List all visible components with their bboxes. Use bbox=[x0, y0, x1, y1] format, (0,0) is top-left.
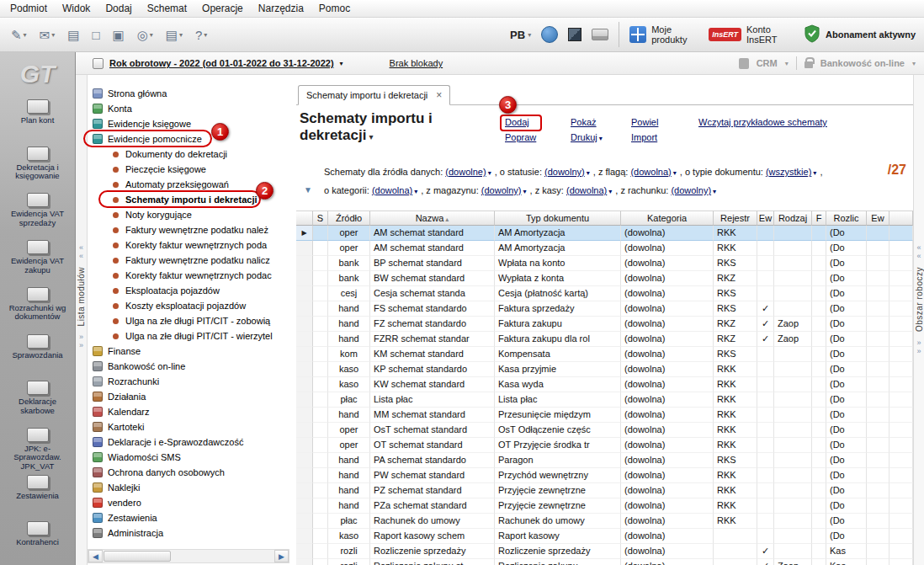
tree-item-vendero[interactable]: vendero bbox=[88, 495, 289, 510]
fiscal-year-selector[interactable]: Rok obrotowy - 2022 (od 01-01-2022 do 31… bbox=[109, 58, 334, 68]
tree-horizontal-scrollbar[interactable]: ◀ ▶ bbox=[88, 549, 289, 563]
column-header-kategoria[interactable]: Kategoria bbox=[621, 211, 714, 226]
tab-schematy-importu-i-dekretacji[interactable]: Schematy importu i dekretacji × bbox=[298, 85, 450, 105]
filter-value-link[interactable]: (dowolne) bbox=[445, 167, 486, 177]
tree-item-administracja[interactable]: Administracja bbox=[88, 525, 289, 541]
crm-button[interactable]: CRM bbox=[757, 58, 778, 68]
sidebar-item-rozrachunki-wg-dokumentów[interactable]: Rozrachunki wg dokumentów bbox=[0, 284, 75, 331]
chevron-down-icon[interactable]: ▾ bbox=[488, 169, 491, 177]
print-icon[interactable]: ▤▾ bbox=[162, 25, 187, 45]
tree-item-naklejki[interactable]: Naklejki bbox=[88, 480, 289, 495]
user-initials-button[interactable]: PB ▾ bbox=[510, 29, 531, 41]
tree-item-kartoteki[interactable]: Kartoteki bbox=[88, 419, 289, 434]
chevron-down-icon[interactable]: ▾ bbox=[340, 60, 343, 67]
chevron-down-icon[interactable]: ▾ bbox=[813, 169, 816, 177]
sidebar-item-sprawozdania[interactable]: Sprawozdania bbox=[0, 331, 75, 378]
column-header-f[interactable]: F bbox=[812, 211, 826, 226]
chevron-down-icon[interactable]: ▾ bbox=[414, 188, 417, 195]
expand-left-icon[interactable]: » bbox=[79, 341, 83, 349]
chevron-down-icon[interactable]: ▾ bbox=[608, 188, 612, 195]
tree-item-kalendarz[interactable]: Kalendarz bbox=[88, 404, 289, 419]
filter-value-link[interactable]: (dowolna) bbox=[566, 185, 607, 195]
drukuj-link[interactable]: Drukuj▾ bbox=[571, 132, 603, 142]
table-row[interactable]: handFZ schemat standardoFaktura zakupu(d… bbox=[296, 317, 913, 332]
tree-item-ewidencje-księgowe[interactable]: Ewidencje księgowe bbox=[88, 116, 289, 131]
column-header-rozlic[interactable]: Rozlic bbox=[826, 211, 867, 226]
menu-podmiot[interactable]: Podmiot bbox=[3, 1, 55, 16]
menu-pomoc[interactable]: Pomoc bbox=[311, 1, 358, 16]
dodaj-link[interactable]: Dodaj bbox=[505, 117, 536, 127]
column-header-ew[interactable]: Ew bbox=[757, 211, 774, 226]
tree-item-wiadomości-sms[interactable]: Wiadomości SMS bbox=[88, 450, 289, 465]
table-row-selected[interactable]: ▶operAM schemat standardAM Amortyzacja(d… bbox=[296, 226, 913, 241]
table-row[interactable]: handPW schemat standardPrzychód wewnętrz… bbox=[296, 468, 913, 483]
tree-item-ulga-na-złe-długi-pit-cit-zobowią[interactable]: Ulga na złe długi PIT/CIT - zobowią bbox=[88, 313, 289, 328]
table-row[interactable]: operAM schemat standardAM Amortyzacja(do… bbox=[296, 241, 913, 256]
chevron-down-icon[interactable]: ▾ bbox=[587, 169, 590, 177]
sidebar-item-dekretacja-i-księgowanie[interactable]: Dekretacja i księgowanie bbox=[0, 143, 75, 190]
sidebar-item-plan-kont[interactable]: Plan kont bbox=[0, 96, 75, 143]
banking-button[interactable]: Bankowość on-line bbox=[820, 58, 905, 68]
chevron-down-icon[interactable]: ▾ bbox=[523, 188, 526, 195]
sidebar-item-ewidencja-vat-sprzedaży[interactable]: Ewidencja VAT sprzedaży bbox=[0, 189, 75, 237]
mail-icon[interactable]: ✉▾ bbox=[35, 25, 60, 45]
table-row[interactable]: operOsT schemat standardOsT Odłączenie c… bbox=[296, 423, 913, 438]
abonament-button[interactable]: Abonament aktywny bbox=[804, 24, 916, 45]
sidebar-item-zestawienia[interactable]: Zestawienia bbox=[0, 472, 75, 519]
filter-value-link[interactable]: (dowolna) bbox=[372, 185, 412, 195]
tab-close-icon[interactable]: × bbox=[436, 89, 442, 101]
chevron-down-icon[interactable]: ▾ bbox=[912, 60, 916, 67]
column-header-rejestr[interactable]: Rejestr bbox=[714, 211, 757, 226]
table-row[interactable]: kasoKP schemat standardoKasa przyjmie(do… bbox=[296, 362, 913, 377]
column-header-rodzaj[interactable]: Rodzaj bbox=[774, 211, 812, 226]
tree-item-faktury-wewnętrzne-podatku-nalicz[interactable]: Faktury wewnętrzne podatku nalicz bbox=[88, 253, 289, 268]
table-row[interactable]: bankBW schemat standardWypłata z konta(d… bbox=[296, 271, 913, 286]
filter-value-link[interactable]: (dowolny) bbox=[481, 185, 522, 195]
page-title[interactable]: Schematy importu i dekretacji▾ bbox=[300, 110, 436, 146]
tree-item-ulga-na-złe-długi-pit-cit-wierzytel[interactable]: Ulga na złe długi PIT/CIT - wierzytel bbox=[88, 328, 289, 344]
collapse-right-icon[interactable]: « bbox=[916, 252, 921, 260]
column-header-marker[interactable] bbox=[296, 211, 313, 226]
table-row[interactable]: handPA schemat standardoParagon(dowolna)… bbox=[296, 453, 913, 468]
lock-status-link[interactable]: Brak blokady bbox=[390, 58, 443, 68]
collapse-left-icon[interactable]: « bbox=[79, 252, 83, 260]
tree-item-automaty-przeksięgowań[interactable]: Automaty przeksięgowań bbox=[88, 177, 289, 192]
table-row[interactable]: handPZ schemat standardPrzyjęcie zewnętr… bbox=[296, 483, 913, 498]
sidebar-item-jpk-e-sprawozdaw-jpk-vat[interactable]: JPK: e-Sprawozdaw. JPK_VAT bbox=[0, 424, 75, 472]
scrollbar-thumb[interactable] bbox=[104, 551, 171, 562]
tree-item-strona-główna[interactable]: Strona główna bbox=[88, 86, 289, 101]
scroll-left-icon[interactable]: ◀ bbox=[88, 550, 103, 562]
share-icon[interactable]: ◎▾ bbox=[133, 25, 157, 45]
tree-item-pieczęcie-księgowe[interactable]: Pieczęcie księgowe bbox=[88, 162, 289, 177]
table-row[interactable]: komKM schemat standardKompensata(dowolna… bbox=[296, 347, 913, 362]
table-row[interactable]: handMM schemat standardPrzesunięcie międ… bbox=[296, 408, 913, 423]
tree-item-zestawienia[interactable]: Zestawienia bbox=[88, 510, 289, 525]
table-row[interactable]: rozliRozliczenie zakupu stRozliczenie za… bbox=[296, 559, 913, 565]
tree-item-eksploatacja-pojazdów[interactable]: Eksploatacja pojazdów bbox=[88, 283, 289, 298]
konto-insert-button[interactable]: InsERT Konto InsERT bbox=[709, 24, 794, 45]
column-header-typ-dokumentu[interactable]: Typ dokumentu bbox=[495, 211, 621, 226]
tree-item-korekty-faktur-wewnętrznych-poda[interactable]: Korekty faktur wewnętrznych poda bbox=[88, 237, 289, 253]
import-link[interactable]: Import bbox=[631, 132, 658, 142]
moje-produkty-button[interactable]: Moje produkty bbox=[629, 24, 698, 45]
column-header-ew[interactable]: Ew bbox=[867, 211, 889, 226]
table-row[interactable]: płacRachunek do umowyRachunek do umowy(d… bbox=[296, 514, 913, 529]
chevron-down-icon[interactable]: ▾ bbox=[673, 169, 677, 177]
tree-item-finanse[interactable]: Finanse bbox=[88, 344, 289, 359]
collapse-left-icon[interactable]: « bbox=[79, 243, 83, 252]
tree-item-noty-korygujące[interactable]: Noty korygujące bbox=[88, 207, 289, 222]
sidebar-item-ewidencja-vat-zakupu[interactable]: Ewidencja VAT zakupu bbox=[0, 237, 75, 284]
filter-value-link[interactable]: (dowolny) bbox=[671, 185, 711, 195]
sheet-icon[interactable]: □ bbox=[88, 25, 104, 45]
tree-item-rozrachunki[interactable]: Rozrachunki bbox=[88, 374, 289, 389]
chevron-down-icon[interactable]: ▾ bbox=[713, 188, 716, 195]
powiel-link[interactable]: Powiel bbox=[631, 117, 658, 127]
expand-right-icon[interactable]: » bbox=[916, 347, 921, 355]
table-row[interactable]: handPZa schemat standardPrzyjęcie zewnęt… bbox=[296, 498, 913, 514]
sidebar-item-deklaracje-skarbowe[interactable]: Deklaracje skarbowe bbox=[0, 377, 75, 424]
scroll-right-icon[interactable]: ▶ bbox=[274, 550, 289, 562]
pokaz-link[interactable]: Pokaż bbox=[571, 117, 603, 127]
tree-item-konta[interactable]: Konta bbox=[88, 101, 289, 116]
tree-item-działania[interactable]: Działania bbox=[88, 389, 289, 404]
sidebar-item-kontrahenci[interactable]: Kontrahenci bbox=[0, 518, 75, 565]
